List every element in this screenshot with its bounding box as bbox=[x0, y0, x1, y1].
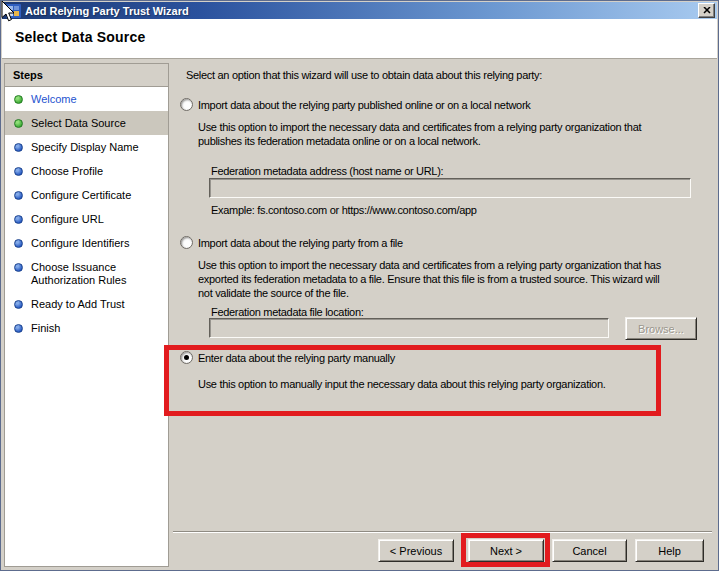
step-label: Select Data Source bbox=[31, 117, 126, 129]
title-bar: Add Relying Party Trust Wizard bbox=[2, 2, 717, 19]
close-button[interactable] bbox=[698, 3, 715, 18]
step-label: Finish bbox=[31, 322, 60, 334]
step-upcoming-dot-icon bbox=[14, 143, 23, 152]
federation-metadata-file-label: Federation metadata file location: bbox=[211, 305, 363, 319]
mouse-arrow-pointer-icon bbox=[1, 1, 15, 22]
step-label: Choose Issuance Authorization Rules bbox=[31, 261, 126, 286]
radio-enter-manually[interactable] bbox=[180, 351, 193, 364]
step-label: Configure Certificate bbox=[31, 189, 131, 201]
step-completed-dot-icon bbox=[14, 119, 23, 128]
browse-button: Browse... bbox=[625, 317, 697, 340]
step-item-specify-display-name: Specify Display Name bbox=[5, 135, 168, 159]
radio-import-file[interactable] bbox=[180, 236, 193, 249]
steps-sidebar: Steps Welcome Select Data Source Specify… bbox=[4, 63, 169, 567]
step-item-configure-identifiers: Configure Identifiers bbox=[5, 231, 168, 255]
window-title: Add Relying Party Trust Wizard bbox=[25, 5, 698, 17]
help-button[interactable]: Help bbox=[635, 539, 704, 562]
step-item-configure-url: Configure URL bbox=[5, 207, 168, 231]
step-label: Configure Identifiers bbox=[31, 237, 129, 249]
step-label: Choose Profile bbox=[31, 165, 103, 177]
step-upcoming-dot-icon bbox=[14, 191, 23, 200]
federation-metadata-address-input bbox=[209, 178, 691, 198]
step-label: Configure URL bbox=[31, 213, 104, 225]
step-upcoming-dot-icon bbox=[14, 239, 23, 248]
step-label: Welcome bbox=[31, 93, 77, 105]
step-label: Ready to Add Trust bbox=[31, 298, 125, 310]
step-upcoming-dot-icon bbox=[14, 324, 23, 333]
radio-import-file-label: Import data about the relying party from… bbox=[198, 236, 403, 250]
step-item-welcome[interactable]: Welcome bbox=[5, 87, 168, 111]
step-upcoming-dot-icon bbox=[14, 263, 23, 272]
radio-enter-manually-label: Enter data about the relying party manua… bbox=[198, 351, 395, 365]
option-manual-description: Use this option to manually input the ne… bbox=[198, 377, 605, 391]
step-item-ready-to-add-trust: Ready to Add Trust bbox=[5, 292, 168, 316]
step-item-finish: Finish bbox=[5, 316, 168, 340]
instruction-text: Select an option that this wizard will u… bbox=[186, 68, 542, 82]
radio-import-online-label: Import data about the relying party publ… bbox=[198, 98, 530, 112]
step-item-configure-certificate: Configure Certificate bbox=[5, 183, 168, 207]
steps-header: Steps bbox=[5, 64, 168, 87]
wizard-page-header: Select Data Source bbox=[2, 19, 717, 59]
step-upcoming-dot-icon bbox=[14, 300, 23, 309]
step-upcoming-dot-icon bbox=[14, 215, 23, 224]
step-label: Specify Display Name bbox=[31, 141, 139, 153]
add-relying-party-trust-wizard-dialog: Add Relying Party Trust Wizard Select Da… bbox=[0, 0, 719, 571]
step-item-choose-profile: Choose Profile bbox=[5, 159, 168, 183]
footer-separator bbox=[173, 531, 712, 533]
option-online-description: Use this option to import the necessary … bbox=[198, 120, 718, 148]
step-item-choose-issuance-authorization-rules: Choose Issuance Authorization Rules bbox=[5, 255, 165, 292]
step-item-select-data-source: Select Data Source bbox=[5, 111, 168, 135]
metadata-address-example-text: Example: fs.contoso.com or https://www.c… bbox=[211, 203, 477, 217]
option-file-description: Use this option to import the necessary … bbox=[198, 258, 719, 300]
federation-metadata-address-label: Federation metadata address (host name o… bbox=[211, 164, 443, 178]
previous-button[interactable]: < Previous bbox=[378, 539, 454, 562]
cancel-button[interactable]: Cancel bbox=[552, 539, 627, 562]
step-completed-dot-icon bbox=[14, 95, 23, 104]
radio-import-online[interactable] bbox=[180, 98, 193, 111]
next-button[interactable]: Next > bbox=[468, 539, 544, 562]
close-x-icon bbox=[703, 7, 711, 14]
page-title: Select Data Source bbox=[15, 29, 145, 45]
step-upcoming-dot-icon bbox=[14, 167, 23, 176]
federation-metadata-file-input bbox=[209, 318, 609, 338]
